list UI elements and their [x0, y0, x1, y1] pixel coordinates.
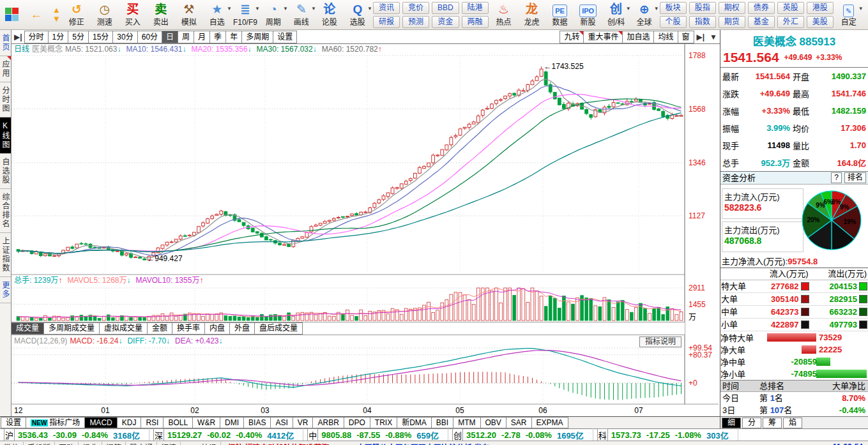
toolbar-button-板块[interactable]: 板块	[660, 2, 687, 14]
volume-tab-虚拟成交量[interactable]: 虚拟成交量	[99, 322, 148, 335]
toolbar-button-自选[interactable]: ★自选▼	[203, 1, 231, 29]
indicator-tab-DMI[interactable]: DMI	[220, 417, 244, 428]
mini-tab-筹[interactable]: 筹	[763, 418, 782, 428]
period-tab-60分[interactable]: 60分	[137, 31, 162, 43]
ticker-tab-微信[interactable]: 微信	[0, 442, 24, 445]
toolbar-button-资金[interactable]: 资金	[432, 16, 459, 28]
toolbar-button-两融[interactable]: 两融	[462, 16, 489, 28]
period-tab-年[interactable]: 年	[225, 31, 242, 43]
dropdown-arrow-icon[interactable]: ▼	[367, 6, 372, 11]
ticker-tab-互动[interactable]: 互动	[55, 442, 79, 445]
indicator-plaza-tab[interactable]: NEW指标广场	[26, 417, 85, 428]
down-arrow-icon[interactable]: ▼	[52, 15, 61, 23]
toolbar-button-竞价[interactable]: 竞价	[402, 2, 429, 14]
ticker-tab-问答[interactable]: 问答	[102, 442, 126, 445]
volume-tab-盘后成交量[interactable]: 盘后成交量	[254, 322, 303, 335]
toolbar-button-美股[interactable]: 美股	[807, 16, 834, 28]
toolbar-button-back-arrow-icon[interactable]: ←	[22, 1, 50, 29]
mini-tab-分[interactable]: 分	[742, 418, 761, 428]
indicator-tab-VR[interactable]: VR	[293, 417, 314, 428]
indicator-tab-BBI[interactable]: BBI	[431, 417, 453, 428]
toolbar-button-周期[interactable]: ◔周期▼	[259, 1, 287, 29]
volume-tab-金额[interactable]: 金额	[147, 322, 172, 335]
toolbar-button-数据[interactable]: PE数据	[546, 1, 574, 29]
toolbar-button-港股[interactable]: 港股	[807, 2, 834, 14]
toolbar-button-创/科[interactable]: 创创/科▼	[602, 1, 630, 29]
period-tab-周[interactable]: 周	[178, 31, 194, 43]
toolbar-button-英股[interactable]: 英股	[777, 2, 804, 14]
volume-tab-多周期成交量[interactable]: 多周期成交量	[43, 322, 100, 335]
toolbar-button-论股[interactable]: 论论股	[316, 1, 344, 29]
toolbar-button-期权[interactable]: 期权	[719, 2, 745, 14]
up-arrow-icon[interactable]: ▲	[52, 6, 61, 14]
indicator-tab-W&R[interactable]: W&R	[192, 417, 220, 428]
period-tab-30分[interactable]: 30分	[112, 31, 137, 43]
period-tab-设置[interactable]: 设置	[273, 31, 297, 43]
toolbar-button-F10/F9[interactable]: ≣F10/F9▼	[231, 1, 259, 29]
period-tab-1分[interactable]: 1分	[48, 31, 69, 43]
sidebar-item-综合排名[interactable]: 综合排名	[0, 189, 11, 233]
toolbar-button-多窗[interactable]: ▥多窗▼	[863, 1, 868, 29]
toolbar-button-指数[interactable]: 指数	[689, 16, 716, 28]
volume-tab-成交量[interactable]: 成交量	[11, 322, 44, 335]
period-tab-多周期[interactable]: 多周期	[241, 31, 273, 43]
toolbar-button-期货[interactable]: 期货	[719, 16, 745, 28]
sidebar-item-更多[interactable]: 更多	[0, 277, 11, 303]
sidebar-item-首页[interactable]: 首页	[0, 30, 11, 56]
sidebar-item-自选股[interactable]: 自选股	[0, 154, 11, 189]
indicator-tab-RSI[interactable]: RSI	[141, 417, 164, 428]
indicator-tab-MTM[interactable]: MTM	[453, 417, 480, 428]
indicator-help-button[interactable]: 指标说明	[639, 336, 681, 347]
tool-tab-均线[interactable]: 均线	[653, 31, 678, 43]
index-quote-沪[interactable]: 沪3536.43-30.09-0.84%3168亿	[0, 428, 149, 442]
indicator-tab-SAR[interactable]: SAR	[506, 417, 532, 428]
indicator-tab-TRIX[interactable]: TRIX	[370, 417, 397, 428]
tool-tab-加自选[interactable]: 加自选	[622, 31, 654, 43]
toolbar-button-自定[interactable]: ✎自定▼	[835, 1, 863, 29]
indicator-tab-KDJ[interactable]: KDJ	[117, 417, 142, 428]
indicator-tab-BIAS[interactable]: BIAS	[243, 417, 271, 428]
period-tab-5分[interactable]: 5分	[68, 31, 89, 43]
period-tab-季[interactable]: 季	[209, 31, 226, 43]
volume-tab-内盘[interactable]: 内盘	[204, 322, 230, 335]
ticker-tab-手机版[interactable]: 手机版	[24, 442, 55, 445]
tool-tab-重大事件[interactable]: 重大事件	[583, 31, 623, 43]
sidebar-item-K线图[interactable]: K线图	[0, 117, 11, 154]
mini-tab-焰[interactable]: 焰	[783, 418, 802, 428]
dropdown-arrow-icon[interactable]: ▼	[707, 33, 720, 41]
toolbar-button-外汇[interactable]: 外汇	[777, 16, 804, 28]
dropdown-arrow-icon[interactable]: ▼	[654, 6, 659, 11]
index-quote-深[interactable]: 深15129.27-60.02-0.40%4412亿	[149, 428, 303, 442]
toolbar-button-资讯[interactable]: 资讯	[373, 2, 400, 14]
toolbar-button-个股[interactable]: 个股	[660, 16, 687, 28]
index-quote-科[interactable]: 科1573.73-17.25-1.08%303亿	[593, 428, 738, 442]
toolbar-button-测速[interactable]: ◷测速	[91, 1, 119, 29]
help-button[interactable]: ?	[831, 172, 842, 183]
expand-icon[interactable]: ▶|	[694, 33, 708, 41]
rank-button[interactable]: 排名	[844, 172, 866, 183]
sidebar-item-应用[interactable]: 应用	[0, 56, 11, 82]
toolbar-button-修正[interactable]: ↺修正	[63, 1, 91, 29]
indicator-tab-DPO[interactable]: DPO	[344, 417, 370, 428]
indicator-tab-OBV[interactable]: OBV	[480, 417, 506, 428]
toolbar-button-买入[interactable]: 买买入	[119, 1, 147, 29]
toolbar-button-债券[interactable]: 债券	[748, 2, 775, 14]
period-tab-分时[interactable]: 分时	[24, 31, 49, 43]
toolbar-button-基金[interactable]: 基金	[748, 16, 775, 28]
index-quote-创[interactable]: 创3512.20-2.78-0.08%1695亿	[448, 428, 593, 442]
period-tab-月[interactable]: 月	[194, 31, 210, 43]
toolbar-button-模拟[interactable]: ⚒模拟	[175, 1, 203, 29]
toolbar-button-画线[interactable]: ✎画线▼	[287, 1, 316, 29]
tool-tab-九转[interactable]: 九转	[560, 31, 584, 43]
toolbar-button-全球[interactable]: ⊕全球▼	[630, 1, 659, 29]
indicator-tab-MACD[interactable]: MACD	[84, 417, 117, 428]
toolbar-button-热点[interactable]: ♨热点	[490, 1, 518, 29]
ticker-tab-7x24快讯[interactable]: 7x24快讯	[181, 442, 221, 445]
tool-tab-窗[interactable]: 窗	[678, 31, 694, 43]
indicator-tab-EXPMA[interactable]: EXPMA	[531, 417, 568, 428]
toolbar-button-BBD[interactable]: BBD	[432, 2, 459, 14]
settings-tab[interactable]: 设置	[1, 417, 26, 428]
ticker-tab-股市通[interactable]: 股市通	[126, 442, 157, 445]
sidebar-item-分时图[interactable]: 分时图	[0, 82, 11, 117]
toolbar-button-选股[interactable]: Q选股▼	[344, 1, 372, 29]
